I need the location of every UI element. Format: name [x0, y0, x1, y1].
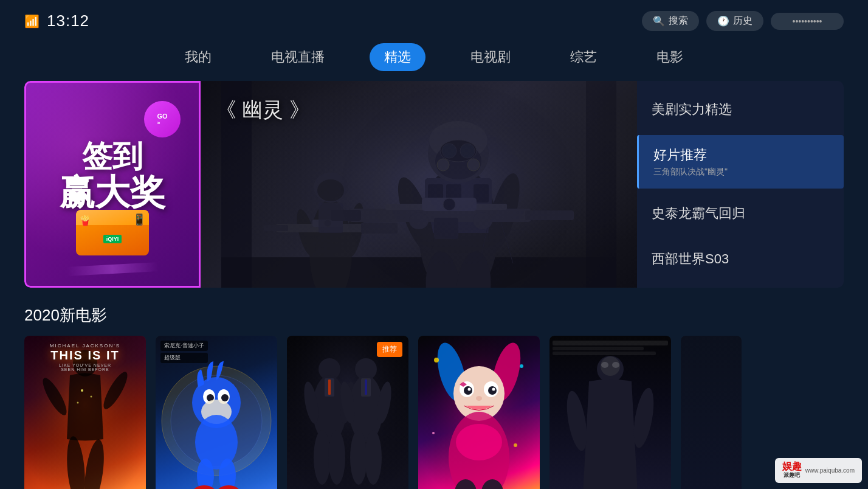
watermark: 娱趣 派趣吧 www.paiquba.com — [775, 458, 862, 483]
movie-card-unknown[interactable] — [549, 336, 671, 489]
clock-display: 13:12 — [47, 12, 89, 30]
go-badge[interactable]: GO » — [144, 101, 181, 137]
svg-point-53 — [77, 402, 79, 404]
svg-point-52 — [91, 396, 92, 398]
movie-card-harley-quinn[interactable] — [418, 336, 540, 489]
header-right: 🔍 搜索 🕐 历史 •••••••••• — [642, 11, 844, 31]
svg-point-51 — [81, 389, 83, 392]
promo-line2: 赢大奖 — [60, 175, 165, 210]
svg-rect-44 — [586, 81, 616, 288]
search-label: 搜索 — [669, 15, 688, 27]
history-label: 历史 — [733, 15, 753, 27]
svg-point-104 — [514, 443, 517, 447]
svg-point-94 — [488, 386, 497, 395]
header: 📶 13:12 🔍 搜索 🕐 历史 •••••••••• — [0, 0, 868, 37]
watermark-url: www.paiquba.com — [805, 467, 855, 474]
nav-item-variety[interactable]: 综艺 — [556, 43, 611, 71]
svg-point-103 — [520, 364, 523, 368]
watermark-brand: 娱趣 — [782, 462, 802, 471]
nav-item-movies[interactable]: 电影 — [642, 43, 698, 71]
svg-point-111 — [612, 362, 619, 368]
side-item-meiju[interactable]: 美剧实力精选 — [637, 89, 844, 130]
svg-point-83 — [350, 430, 367, 485]
svg-rect-112 — [553, 341, 668, 345]
svg-rect-78 — [328, 380, 331, 395]
nav-item-mine[interactable]: 我的 — [170, 43, 226, 71]
side-panel: 美剧实力精选 好片推荐 三角部队决战"幽灵" 史泰龙霸气回归 西部世界S03 — [637, 81, 844, 288]
main-navigation: 我的 电视直播 精选 电视剧 综艺 电影 — [0, 37, 868, 81]
search-icon: 🔍 — [653, 15, 665, 27]
svg-point-105 — [432, 432, 435, 434]
promo-banner[interactable]: 签到 赢大奖 GO » iQIYI 📱 🍟 — [24, 81, 201, 288]
svg-rect-114 — [553, 352, 656, 355]
movie-card-partial[interactable] — [681, 336, 742, 489]
svg-point-75 — [314, 430, 331, 485]
side-item-xibu[interactable]: 西部世界S03 — [637, 239, 844, 279]
svg-point-95 — [468, 388, 471, 391]
history-icon: 🕐 — [717, 15, 729, 27]
svg-rect-113 — [553, 347, 644, 350]
movie-card-this-is-it[interactable]: MICHAEL JACKSON'S THIS IS IT LIKE YOU'VE… — [24, 336, 146, 489]
movie-card-sonic[interactable]: 索尼克·音速小子 超级版 — [156, 336, 277, 489]
wifi-icon: 📶 — [24, 14, 40, 29]
svg-point-110 — [601, 362, 608, 368]
feature-title: 《 幽灵 》 — [216, 96, 310, 124]
svg-point-84 — [365, 430, 382, 485]
svg-point-76 — [328, 430, 345, 485]
svg-point-99 — [456, 424, 502, 460]
featured-section: 签到 赢大奖 GO » iQIYI 📱 🍟 — [24, 81, 844, 288]
svg-point-97 — [476, 396, 482, 401]
promo-line1: 签到 — [60, 141, 165, 172]
search-button[interactable]: 🔍 搜索 — [642, 11, 699, 31]
nav-item-live[interactable]: 电视直播 — [257, 43, 339, 71]
svg-point-102 — [434, 358, 439, 362]
nav-item-featured[interactable]: 精选 — [370, 43, 425, 71]
main-feature[interactable]: 《 幽灵 》 — [201, 81, 637, 288]
watermark-sublabel: 派趣吧 — [784, 471, 800, 479]
history-button[interactable]: 🕐 历史 — [706, 11, 763, 31]
movie-card-spy[interactable]: 推荐 — [287, 336, 408, 489]
side-item-shitailong[interactable]: 史泰龙霸气回归 — [637, 193, 844, 234]
svg-rect-8 — [264, 225, 288, 231]
header-left: 📶 13:12 — [24, 12, 89, 30]
svg-point-93 — [464, 386, 472, 395]
svg-point-60 — [221, 394, 229, 401]
nav-item-drama[interactable]: 电视剧 — [456, 43, 525, 71]
movies-row: MICHAEL JACKSON'S THIS IS IT LIKE YOU'VE… — [24, 336, 844, 489]
recommend-badge: 推荐 — [377, 342, 402, 357]
user-button[interactable]: •••••••••• — [771, 13, 844, 30]
svg-rect-86 — [365, 380, 367, 395]
user-label: •••••••••• — [792, 16, 822, 26]
side-item-haopin[interactable]: 好片推荐 三角部队决战"幽灵" — [637, 135, 844, 189]
svg-point-96 — [492, 388, 495, 391]
new-movies-title: 2020新电影 — [24, 305, 844, 326]
movie-title-this-is-it: THIS IS IT — [24, 349, 146, 362]
iqiyi-logo: iQIYI — [103, 235, 122, 243]
